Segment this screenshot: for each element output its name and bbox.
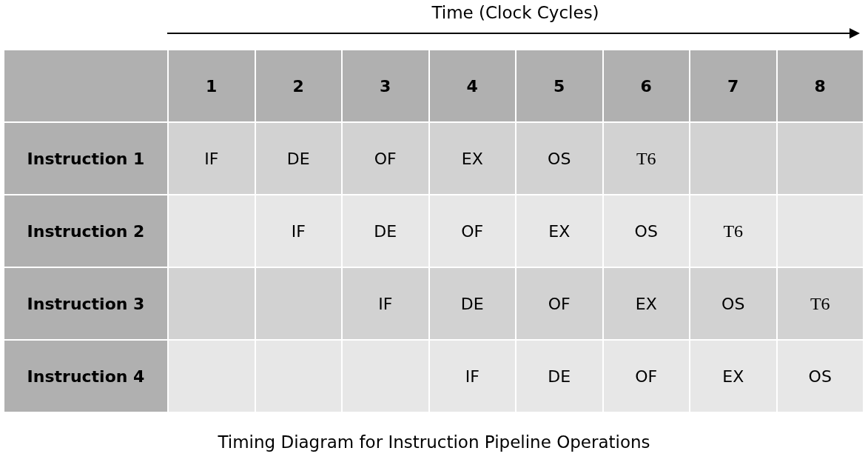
cell-r4-c2	[256, 341, 342, 412]
cell-r1-c4: EX	[430, 123, 516, 194]
row-label-4: Instruction 4	[4, 341, 167, 412]
cell-r3-c5: OF	[517, 268, 602, 339]
cell-r1-c8	[778, 123, 864, 194]
row-label-1: Instruction 1	[4, 123, 167, 194]
cell-r2-c5: EX	[517, 195, 602, 267]
column-header-1: 1	[169, 50, 255, 121]
pipeline-timing-grid: 12345678Instruction 1IFDEOFEXOST6Instruc…	[4, 50, 863, 412]
cell-r2-c2: IF	[256, 195, 342, 267]
time-axis-label: Time (Clock Cycles)	[0, 3, 868, 22]
cell-r2-c7: T6	[690, 195, 776, 267]
row-label-3: Instruction 3	[4, 268, 167, 339]
cell-r1-c3: OF	[343, 123, 428, 194]
cell-r2-c3: DE	[343, 195, 428, 267]
cell-r4-c4: IF	[430, 341, 516, 412]
header-blank	[4, 50, 167, 121]
column-header-4: 4	[430, 50, 516, 121]
arrow-head-icon	[850, 28, 860, 39]
cell-r1-c1: IF	[169, 123, 255, 194]
cell-r3-c1	[169, 268, 255, 339]
cell-r1-c5: OS	[517, 123, 602, 194]
cell-r1-c7	[690, 123, 776, 194]
column-header-7: 7	[690, 50, 776, 121]
cell-r3-c8: T6	[778, 268, 864, 339]
cell-r4-c1	[169, 341, 255, 412]
cell-r1-c6: T6	[604, 123, 690, 194]
cell-r2-c4: OF	[430, 195, 516, 267]
cell-r4-c3	[343, 341, 428, 412]
column-header-6: 6	[604, 50, 690, 121]
column-header-8: 8	[778, 50, 864, 121]
cell-r3-c6: EX	[604, 268, 690, 339]
cell-r2-c1	[169, 195, 255, 267]
column-header-5: 5	[517, 50, 602, 121]
cell-r3-c7: OS	[690, 268, 776, 339]
cell-r4-c6: OF	[604, 341, 690, 412]
cell-r3-c3: IF	[343, 268, 428, 339]
cell-r2-c8	[778, 195, 864, 267]
figure-caption: Timing Diagram for Instruction Pipeline …	[0, 432, 868, 452]
column-header-3: 3	[343, 50, 428, 121]
cell-r4-c7: EX	[690, 341, 776, 412]
cell-r1-c2: DE	[256, 123, 342, 194]
cell-r4-c5: DE	[517, 341, 602, 412]
arrow-line	[167, 33, 852, 34]
cell-r3-c4: DE	[430, 268, 516, 339]
column-header-2: 2	[256, 50, 342, 121]
row-label-2: Instruction 2	[4, 195, 167, 267]
time-axis-arrow	[167, 28, 860, 39]
cell-r2-c6: OS	[604, 195, 690, 267]
cell-r4-c8: OS	[778, 341, 864, 412]
cell-r3-c2	[256, 268, 342, 339]
